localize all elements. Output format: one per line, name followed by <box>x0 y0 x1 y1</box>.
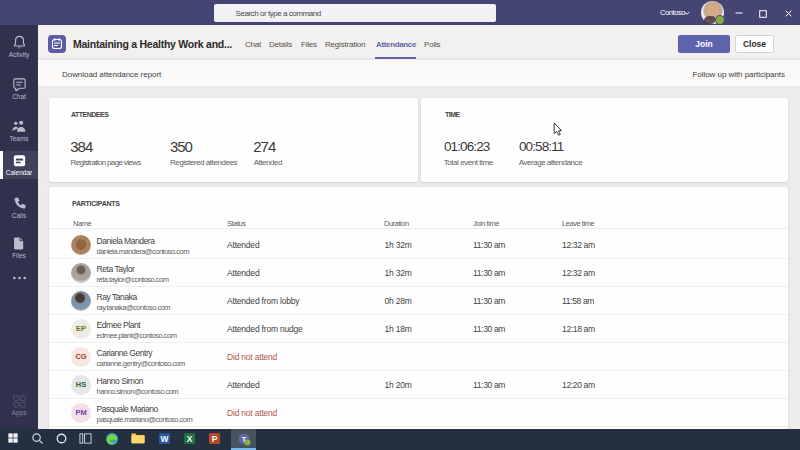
svg-text:W: W <box>160 434 168 444</box>
svg-text:P: P <box>211 434 217 444</box>
svg-text:X: X <box>186 434 192 444</box>
